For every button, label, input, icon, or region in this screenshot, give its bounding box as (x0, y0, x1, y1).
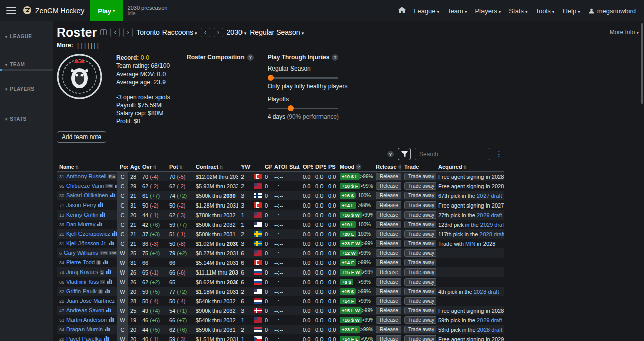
release-button[interactable]: Release (376, 221, 401, 228)
help-icon[interactable]: ? (387, 151, 394, 157)
sidebar-item[interactable] (0, 26, 53, 28)
release-button[interactable]: Release (376, 201, 401, 209)
column-header[interactable]: Ovr⇅ (140, 162, 167, 172)
player-name-link[interactable]: Chibueze Vann (66, 183, 104, 189)
trade-away-button[interactable]: Trade away (404, 316, 436, 324)
player-stats-chart-icon[interactable] (103, 259, 108, 265)
sidebar-item[interactable] (0, 109, 53, 111)
mood-badge[interactable]: +16 $ (340, 192, 356, 199)
customize-columns-icon[interactable] (100, 29, 107, 35)
trade-away-button[interactable]: Trade away (404, 173, 436, 180)
release-button[interactable]: Release (376, 297, 401, 305)
trade-away-button[interactable]: Trade away (404, 307, 436, 314)
acquired-link[interactable]: 2028 draft (479, 231, 504, 237)
player-stats-chart-icon[interactable] (97, 221, 102, 227)
column-header[interactable]: OPS (300, 162, 313, 172)
release-button[interactable]: Release (376, 307, 401, 314)
mood-badge[interactable]: +19 L (340, 221, 356, 228)
home-icon[interactable] (398, 7, 406, 15)
slider-handle[interactable] (288, 105, 294, 111)
trade-away-button[interactable]: Trade away (404, 201, 436, 209)
help-icon[interactable]: ? (332, 54, 338, 61)
acquired-link[interactable]: 2029 draft (480, 222, 504, 228)
column-header[interactable]: Contract⇅ (193, 162, 238, 172)
player-stats-chart-icon[interactable] (105, 288, 110, 294)
nav-menu-item[interactable]: Tools▾ (536, 7, 555, 15)
column-header[interactable]: GP (262, 162, 272, 172)
column-header[interactable]: ATOI (272, 162, 287, 172)
player-stats-chart-icon[interactable] (115, 183, 117, 189)
user-menu[interactable]: megsnowbird (588, 7, 636, 15)
release-button[interactable]: Release (376, 173, 401, 180)
column-header[interactable]: Acquired⇅ (436, 162, 504, 172)
prev-season-button[interactable]: ‹ (201, 28, 210, 37)
app-brand[interactable]: ZenGM Hockey (22, 5, 84, 17)
column-header[interactable]: Stats (287, 162, 300, 172)
player-name-link[interactable]: Sakari Ollikainen (66, 192, 108, 198)
acquired-link[interactable]: 2027 draft (477, 193, 502, 199)
release-button[interactable]: Release (376, 259, 401, 266)
player-name-link[interactable]: Martin Anderson (66, 317, 107, 323)
player-name-link[interactable]: Kenny Griffin (66, 212, 98, 218)
column-header[interactable]: Trade (401, 162, 436, 172)
player-name-link[interactable]: Pierre Todd (66, 259, 95, 265)
add-team-note-button[interactable]: Add team note (57, 131, 106, 143)
help-icon[interactable]: ? (247, 54, 254, 61)
trade-away-button[interactable]: Trade away (404, 259, 436, 266)
page-scrollbar[interactable] (641, 23, 643, 104)
trade-away-button[interactable]: Trade away (404, 221, 436, 228)
trade-away-button[interactable]: Trade away (404, 335, 436, 341)
column-header[interactable]: Name⇅ (57, 162, 117, 172)
player-name-link[interactable]: Dragan Mumin (66, 326, 103, 332)
trade-away-button[interactable]: Trade away (404, 230, 436, 238)
sidebar-section-header[interactable]: ▼TEAM (0, 61, 53, 69)
mood-badge[interactable]: +20 L (340, 231, 356, 237)
mood-badge[interactable]: +14 F (340, 298, 356, 304)
player-name-link[interactable]: Andreas Savon (66, 307, 104, 313)
player-name-link[interactable]: Griffin Paulk (66, 288, 97, 294)
phase-dropdown[interactable]: Regular Season▾ (250, 28, 304, 36)
player-stats-chart-icon[interactable] (105, 326, 110, 332)
release-button[interactable]: Release (376, 268, 401, 276)
trade-away-button[interactable]: Trade away (404, 240, 436, 247)
column-header[interactable]: YWT⇅ (238, 162, 251, 172)
player-stats-chart-icon[interactable] (104, 336, 109, 341)
mood-badge[interactable]: +23 F L (340, 326, 360, 333)
player-name-link[interactable]: Kjell Jönsson Jr. (66, 240, 106, 246)
player-name-link[interactable]: Vladimír Kiss (66, 279, 99, 285)
injuries-regular-slider[interactable] (268, 75, 338, 81)
player-name-link[interactable]: Anthony Russell (66, 173, 107, 179)
acquired-link[interactable]: 2028 draft (477, 327, 503, 333)
help-icon[interactable]: ? (356, 164, 361, 170)
player-stats-chart-icon[interactable] (98, 202, 103, 208)
column-header[interactable]: Mood? (337, 162, 373, 172)
trade-away-button[interactable]: Trade away (404, 211, 436, 219)
sidebar-section-header[interactable]: ▼LEAGUE (0, 33, 53, 40)
release-button[interactable]: Release (376, 326, 401, 333)
next-season-button[interactable]: › (214, 28, 223, 37)
trade-away-button[interactable]: Trade away (404, 182, 436, 190)
mood-badge[interactable]: +15 F W (340, 269, 362, 276)
player-name-link[interactable]: Dan Murray (66, 221, 95, 227)
player-stats-chart-icon[interactable] (109, 317, 114, 323)
prev-team-button[interactable]: ‹ (110, 28, 120, 37)
kebab-menu-icon[interactable]: ⋮ (494, 150, 504, 159)
team-dropdown[interactable]: Toronto Raccoons▾ (136, 28, 197, 36)
mood-badge[interactable]: +10 $ L (340, 173, 360, 180)
slider-handle[interactable] (268, 75, 274, 81)
acquired-link[interactable]: MIN (465, 241, 475, 247)
injuries-playoffs-slider[interactable] (268, 105, 338, 111)
mood-badge[interactable]: +8 $ (340, 279, 353, 285)
player-stats-chart-icon[interactable] (109, 240, 114, 246)
player-stats-chart-icon[interactable] (107, 279, 112, 285)
nav-menu-item[interactable]: Team▾ (447, 7, 467, 15)
season-dropdown[interactable]: 2030▾ (227, 28, 247, 36)
release-button[interactable]: Release (376, 288, 401, 295)
player-stats-chart-icon[interactable] (106, 269, 111, 275)
mood-badge[interactable]: +16 $ W (340, 317, 362, 323)
mood-badge[interactable]: +12 W (340, 250, 358, 256)
mood-badge[interactable]: +15 L W (340, 307, 362, 314)
release-button[interactable]: Release (376, 240, 401, 247)
player-name-link[interactable]: Pavel Pavelka (66, 336, 102, 341)
release-button[interactable]: Release (376, 335, 401, 341)
